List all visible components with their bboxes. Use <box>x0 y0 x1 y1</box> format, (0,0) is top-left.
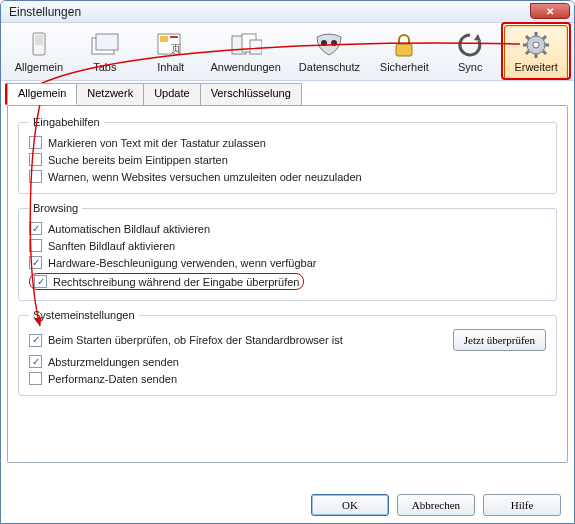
tab-label: Verschlüsselung <box>211 87 291 99</box>
tab-label: Allgemein <box>18 87 66 99</box>
tabs-icon <box>89 30 121 60</box>
group-legend: Browsing <box>29 202 82 214</box>
option-label: Beim Starten überprüfen, ob Firefox der … <box>48 334 343 346</box>
lock-icon <box>388 30 420 60</box>
group-eingabehilfen: Eingabehilfen Markieren von Text mit der… <box>18 116 557 194</box>
toolbar-label: Anwendungen <box>210 61 280 73</box>
checkbox[interactable] <box>29 256 42 269</box>
option-row: Beim Starten überprüfen, ob Firefox der … <box>29 327 546 353</box>
group-browsing: Browsing Automatischen Bildlauf aktivier… <box>18 202 557 301</box>
svg-line-22 <box>543 36 546 39</box>
svg-line-23 <box>526 51 529 54</box>
tab-verschluesselung[interactable]: Verschlüsselung <box>200 83 302 105</box>
switch-icon <box>23 30 55 60</box>
toolbar-allgemein[interactable]: Allgemein <box>7 25 71 80</box>
checkbox[interactable] <box>29 170 42 183</box>
group-system: Systemeinstellungen Beim Starten überprü… <box>18 309 557 396</box>
svg-rect-6 <box>170 36 178 38</box>
button-label: Abbrechen <box>412 499 460 511</box>
sync-icon <box>454 30 486 60</box>
tab-allgemein[interactable]: Allgemein <box>7 83 77 105</box>
checkbox[interactable] <box>29 153 42 166</box>
toolbar-sync[interactable]: Sync <box>438 25 502 80</box>
privacy-mask-icon <box>313 30 345 60</box>
svg-rect-10 <box>250 40 262 54</box>
toolbar-datenschutz[interactable]: Datenschutz <box>289 25 371 80</box>
button-label: OK <box>342 499 358 511</box>
svg-point-11 <box>321 40 327 46</box>
close-button[interactable]: ✕ <box>530 3 570 19</box>
toolbar-label: Datenschutz <box>299 61 360 73</box>
gear-icon <box>520 30 552 60</box>
panel-body: Allgemein Netzwerk Update Verschlüsselun… <box>1 81 574 469</box>
checkbox[interactable] <box>29 334 42 347</box>
option-row: Warnen, wenn Websites versuchen umzuleit… <box>29 168 546 185</box>
option-label: Warnen, wenn Websites versuchen umzuleit… <box>48 171 362 183</box>
category-toolbar: Allgemein Tabs 页 Inhalt Anwendungen Date… <box>1 23 574 81</box>
option-label: Hardware-Beschleunigung verwenden, wenn … <box>48 257 316 269</box>
option-row: Absturzmeldungen senden <box>29 353 546 370</box>
option-label: Markieren von Text mit der Tastatur zula… <box>48 137 266 149</box>
toolbar-label: Tabs <box>93 61 116 73</box>
toolbar-label: Allgemein <box>15 61 63 73</box>
annotation-highlight-spellcheck: Rechtschreibung während der Eingabe über… <box>29 273 304 290</box>
svg-point-12 <box>331 40 337 46</box>
toolbar-tabs[interactable]: Tabs <box>73 25 137 80</box>
dialog-footer: OK Abbrechen Hilfe <box>311 494 561 516</box>
checkbox[interactable] <box>29 222 42 235</box>
tab-panel: Eingabehilfen Markieren von Text mit der… <box>7 105 568 463</box>
svg-point-15 <box>533 42 539 48</box>
checkbox[interactable] <box>34 275 47 288</box>
tab-netzwerk[interactable]: Netzwerk <box>76 83 144 105</box>
checkbox[interactable] <box>29 355 42 368</box>
settings-window: Einstellungen ✕ Allgemein Tabs 页 Inhalt … <box>0 0 575 524</box>
svg-line-21 <box>543 51 546 54</box>
button-label: Hilfe <box>511 499 534 511</box>
svg-rect-3 <box>96 34 118 50</box>
toolbar-label: Sync <box>458 61 482 73</box>
option-label: Suche bereits beim Eintippen starten <box>48 154 228 166</box>
option-row: Markieren von Text mit der Tastatur zula… <box>29 134 546 151</box>
group-legend: Systemeinstellungen <box>29 309 139 321</box>
help-button[interactable]: Hilfe <box>483 494 561 516</box>
titlebar: Einstellungen ✕ <box>1 1 574 23</box>
window-title: Einstellungen <box>9 5 81 19</box>
button-label: Jetzt überprüfen <box>464 334 535 346</box>
check-now-button[interactable]: Jetzt überprüfen <box>453 329 546 351</box>
applications-icon <box>230 30 262 60</box>
toolbar-inhalt[interactable]: 页 Inhalt <box>139 25 203 80</box>
toolbar-label: Inhalt <box>157 61 184 73</box>
option-label: Automatischen Bildlauf aktivieren <box>48 223 210 235</box>
option-row: Performanz-Daten senden <box>29 370 546 387</box>
option-row: Suche bereits beim Eintippen starten <box>29 151 546 168</box>
checkbox[interactable] <box>29 372 42 385</box>
option-row: Hardware-Beschleunigung verwenden, wenn … <box>29 254 546 271</box>
content-icon: 页 <box>155 30 187 60</box>
svg-rect-5 <box>160 36 168 42</box>
svg-line-20 <box>526 36 529 39</box>
option-label: Sanften Bildlauf aktivieren <box>48 240 175 252</box>
toolbar-sicherheit[interactable]: Sicherheit <box>372 25 436 80</box>
cancel-button[interactable]: Abbrechen <box>397 494 475 516</box>
option-row: Sanften Bildlauf aktivieren <box>29 237 546 254</box>
group-legend: Eingabehilfen <box>29 116 104 128</box>
checkbox[interactable] <box>29 136 42 149</box>
tab-label: Update <box>154 87 189 99</box>
toolbar-label: Sicherheit <box>380 61 429 73</box>
close-icon: ✕ <box>546 6 554 17</box>
svg-text:页: 页 <box>171 43 181 54</box>
tab-update[interactable]: Update <box>143 83 200 105</box>
toolbar-anwendungen[interactable]: Anwendungen <box>205 25 287 80</box>
svg-rect-13 <box>396 44 412 56</box>
option-label: Absturzmeldungen senden <box>48 356 179 368</box>
sub-tabbar: Allgemein Netzwerk Update Verschlüsselun… <box>7 83 568 105</box>
option-row-highlighted: Rechtschreibung während der Eingabe über… <box>29 271 546 292</box>
option-label: Performanz-Daten senden <box>48 373 177 385</box>
svg-rect-1 <box>35 35 43 45</box>
toolbar-erweitert[interactable]: Erweitert <box>504 25 568 80</box>
checkbox[interactable] <box>29 239 42 252</box>
toolbar-label: Erweitert <box>514 61 557 73</box>
option-row: Automatischen Bildlauf aktivieren <box>29 220 546 237</box>
ok-button[interactable]: OK <box>311 494 389 516</box>
tab-label: Netzwerk <box>87 87 133 99</box>
